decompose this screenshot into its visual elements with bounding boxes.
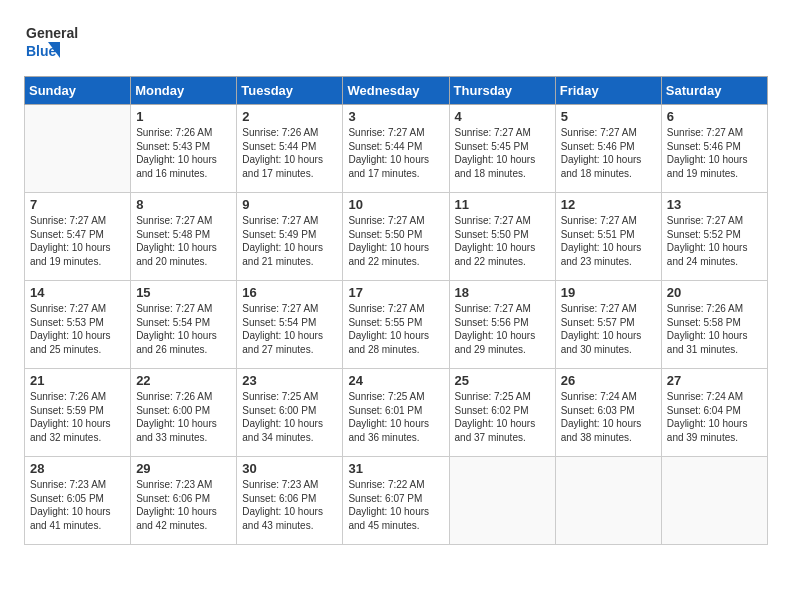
day-info: Sunrise: 7:26 AM Sunset: 5:59 PM Dayligh… xyxy=(30,390,126,444)
day-number: 22 xyxy=(136,373,232,388)
day-number: 18 xyxy=(455,285,551,300)
svg-text:Blue: Blue xyxy=(26,43,57,59)
day-info: Sunrise: 7:23 AM Sunset: 6:06 PM Dayligh… xyxy=(136,478,232,532)
calendar-cell: 28Sunrise: 7:23 AM Sunset: 6:05 PM Dayli… xyxy=(25,457,131,545)
day-number: 1 xyxy=(136,109,232,124)
calendar-cell: 21Sunrise: 7:26 AM Sunset: 5:59 PM Dayli… xyxy=(25,369,131,457)
day-number: 24 xyxy=(348,373,444,388)
column-header-sunday: Sunday xyxy=(25,77,131,105)
day-number: 3 xyxy=(348,109,444,124)
day-number: 8 xyxy=(136,197,232,212)
day-number: 9 xyxy=(242,197,338,212)
day-number: 19 xyxy=(561,285,657,300)
calendar-header-row: SundayMondayTuesdayWednesdayThursdayFrid… xyxy=(25,77,768,105)
day-info: Sunrise: 7:27 AM Sunset: 5:49 PM Dayligh… xyxy=(242,214,338,268)
day-number: 14 xyxy=(30,285,126,300)
calendar-cell: 6Sunrise: 7:27 AM Sunset: 5:46 PM Daylig… xyxy=(661,105,767,193)
day-info: Sunrise: 7:27 AM Sunset: 5:55 PM Dayligh… xyxy=(348,302,444,356)
day-info: Sunrise: 7:27 AM Sunset: 5:45 PM Dayligh… xyxy=(455,126,551,180)
day-number: 17 xyxy=(348,285,444,300)
column-header-thursday: Thursday xyxy=(449,77,555,105)
day-number: 15 xyxy=(136,285,232,300)
logo-svg: General Blue xyxy=(24,20,104,62)
calendar-cell: 15Sunrise: 7:27 AM Sunset: 5:54 PM Dayli… xyxy=(131,281,237,369)
day-number: 4 xyxy=(455,109,551,124)
day-number: 26 xyxy=(561,373,657,388)
day-info: Sunrise: 7:23 AM Sunset: 6:05 PM Dayligh… xyxy=(30,478,126,532)
calendar-cell: 14Sunrise: 7:27 AM Sunset: 5:53 PM Dayli… xyxy=(25,281,131,369)
day-number: 30 xyxy=(242,461,338,476)
calendar-cell: 11Sunrise: 7:27 AM Sunset: 5:50 PM Dayli… xyxy=(449,193,555,281)
day-info: Sunrise: 7:24 AM Sunset: 6:03 PM Dayligh… xyxy=(561,390,657,444)
calendar-week-row: 28Sunrise: 7:23 AM Sunset: 6:05 PM Dayli… xyxy=(25,457,768,545)
calendar-cell: 25Sunrise: 7:25 AM Sunset: 6:02 PM Dayli… xyxy=(449,369,555,457)
column-header-monday: Monday xyxy=(131,77,237,105)
svg-text:General: General xyxy=(26,25,78,41)
day-info: Sunrise: 7:23 AM Sunset: 6:06 PM Dayligh… xyxy=(242,478,338,532)
calendar-cell: 22Sunrise: 7:26 AM Sunset: 6:00 PM Dayli… xyxy=(131,369,237,457)
calendar-cell: 10Sunrise: 7:27 AM Sunset: 5:50 PM Dayli… xyxy=(343,193,449,281)
calendar-cell: 29Sunrise: 7:23 AM Sunset: 6:06 PM Dayli… xyxy=(131,457,237,545)
day-info: Sunrise: 7:24 AM Sunset: 6:04 PM Dayligh… xyxy=(667,390,763,444)
day-number: 6 xyxy=(667,109,763,124)
calendar-cell xyxy=(25,105,131,193)
day-info: Sunrise: 7:22 AM Sunset: 6:07 PM Dayligh… xyxy=(348,478,444,532)
day-info: Sunrise: 7:27 AM Sunset: 5:47 PM Dayligh… xyxy=(30,214,126,268)
day-info: Sunrise: 7:27 AM Sunset: 5:46 PM Dayligh… xyxy=(667,126,763,180)
calendar-cell: 4Sunrise: 7:27 AM Sunset: 5:45 PM Daylig… xyxy=(449,105,555,193)
calendar-cell: 5Sunrise: 7:27 AM Sunset: 5:46 PM Daylig… xyxy=(555,105,661,193)
day-info: Sunrise: 7:27 AM Sunset: 5:52 PM Dayligh… xyxy=(667,214,763,268)
day-info: Sunrise: 7:27 AM Sunset: 5:50 PM Dayligh… xyxy=(455,214,551,268)
calendar-cell: 12Sunrise: 7:27 AM Sunset: 5:51 PM Dayli… xyxy=(555,193,661,281)
calendar-week-row: 7Sunrise: 7:27 AM Sunset: 5:47 PM Daylig… xyxy=(25,193,768,281)
day-number: 2 xyxy=(242,109,338,124)
calendar-cell: 8Sunrise: 7:27 AM Sunset: 5:48 PM Daylig… xyxy=(131,193,237,281)
day-info: Sunrise: 7:27 AM Sunset: 5:54 PM Dayligh… xyxy=(242,302,338,356)
day-info: Sunrise: 7:26 AM Sunset: 5:43 PM Dayligh… xyxy=(136,126,232,180)
day-info: Sunrise: 7:27 AM Sunset: 5:53 PM Dayligh… xyxy=(30,302,126,356)
calendar-cell: 20Sunrise: 7:26 AM Sunset: 5:58 PM Dayli… xyxy=(661,281,767,369)
calendar-cell: 2Sunrise: 7:26 AM Sunset: 5:44 PM Daylig… xyxy=(237,105,343,193)
column-header-wednesday: Wednesday xyxy=(343,77,449,105)
day-info: Sunrise: 7:27 AM Sunset: 5:46 PM Dayligh… xyxy=(561,126,657,180)
calendar-cell: 23Sunrise: 7:25 AM Sunset: 6:00 PM Dayli… xyxy=(237,369,343,457)
calendar-week-row: 1Sunrise: 7:26 AM Sunset: 5:43 PM Daylig… xyxy=(25,105,768,193)
calendar-cell xyxy=(555,457,661,545)
day-info: Sunrise: 7:27 AM Sunset: 5:57 PM Dayligh… xyxy=(561,302,657,356)
calendar-cell: 13Sunrise: 7:27 AM Sunset: 5:52 PM Dayli… xyxy=(661,193,767,281)
calendar-cell: 31Sunrise: 7:22 AM Sunset: 6:07 PM Dayli… xyxy=(343,457,449,545)
calendar-cell: 18Sunrise: 7:27 AM Sunset: 5:56 PM Dayli… xyxy=(449,281,555,369)
day-info: Sunrise: 7:26 AM Sunset: 5:58 PM Dayligh… xyxy=(667,302,763,356)
day-number: 28 xyxy=(30,461,126,476)
calendar-cell: 24Sunrise: 7:25 AM Sunset: 6:01 PM Dayli… xyxy=(343,369,449,457)
calendar-cell: 30Sunrise: 7:23 AM Sunset: 6:06 PM Dayli… xyxy=(237,457,343,545)
day-number: 16 xyxy=(242,285,338,300)
calendar-cell xyxy=(449,457,555,545)
day-number: 31 xyxy=(348,461,444,476)
day-info: Sunrise: 7:27 AM Sunset: 5:56 PM Dayligh… xyxy=(455,302,551,356)
day-info: Sunrise: 7:27 AM Sunset: 5:51 PM Dayligh… xyxy=(561,214,657,268)
calendar-cell: 16Sunrise: 7:27 AM Sunset: 5:54 PM Dayli… xyxy=(237,281,343,369)
day-number: 12 xyxy=(561,197,657,212)
calendar-cell: 27Sunrise: 7:24 AM Sunset: 6:04 PM Dayli… xyxy=(661,369,767,457)
day-number: 7 xyxy=(30,197,126,212)
day-number: 29 xyxy=(136,461,232,476)
day-info: Sunrise: 7:26 AM Sunset: 6:00 PM Dayligh… xyxy=(136,390,232,444)
day-info: Sunrise: 7:25 AM Sunset: 6:02 PM Dayligh… xyxy=(455,390,551,444)
day-info: Sunrise: 7:27 AM Sunset: 5:48 PM Dayligh… xyxy=(136,214,232,268)
day-number: 13 xyxy=(667,197,763,212)
column-header-tuesday: Tuesday xyxy=(237,77,343,105)
day-info: Sunrise: 7:27 AM Sunset: 5:54 PM Dayligh… xyxy=(136,302,232,356)
day-info: Sunrise: 7:25 AM Sunset: 6:01 PM Dayligh… xyxy=(348,390,444,444)
calendar-cell: 9Sunrise: 7:27 AM Sunset: 5:49 PM Daylig… xyxy=(237,193,343,281)
calendar-cell: 1Sunrise: 7:26 AM Sunset: 5:43 PM Daylig… xyxy=(131,105,237,193)
calendar-week-row: 21Sunrise: 7:26 AM Sunset: 5:59 PM Dayli… xyxy=(25,369,768,457)
day-info: Sunrise: 7:27 AM Sunset: 5:44 PM Dayligh… xyxy=(348,126,444,180)
calendar-week-row: 14Sunrise: 7:27 AM Sunset: 5:53 PM Dayli… xyxy=(25,281,768,369)
day-number: 5 xyxy=(561,109,657,124)
logo: General Blue xyxy=(24,20,104,62)
day-info: Sunrise: 7:25 AM Sunset: 6:00 PM Dayligh… xyxy=(242,390,338,444)
day-info: Sunrise: 7:26 AM Sunset: 5:44 PM Dayligh… xyxy=(242,126,338,180)
page-header: General Blue xyxy=(24,20,768,62)
day-number: 25 xyxy=(455,373,551,388)
